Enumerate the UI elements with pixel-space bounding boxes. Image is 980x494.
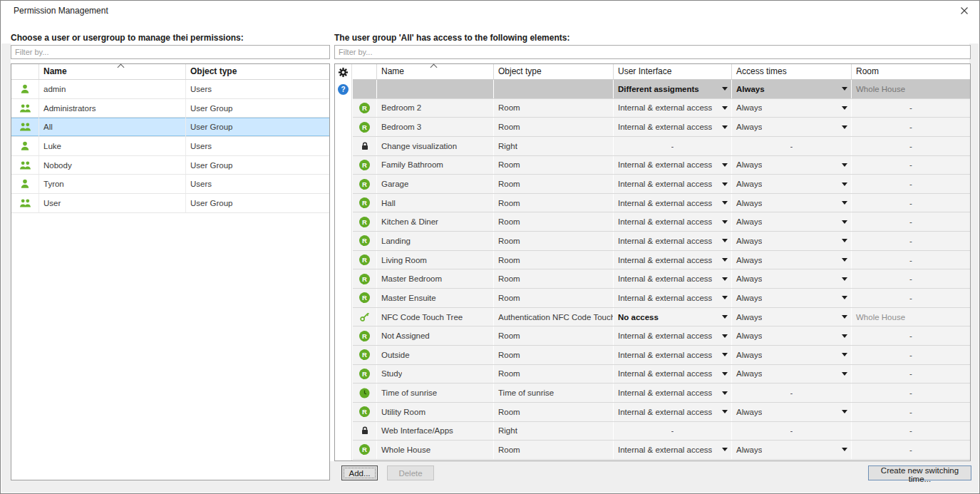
user-interface-dropdown: -: [613, 137, 731, 155]
access-times-dropdown[interactable]: Always: [731, 269, 851, 288]
user-interface-dropdown[interactable]: Internal & external access: [613, 175, 731, 193]
user-interface-dropdown[interactable]: Internal & external access: [613, 384, 731, 402]
object-type-cell: Room: [493, 194, 613, 212]
room-icon: R: [359, 217, 370, 227]
access-times-dropdown[interactable]: Always: [731, 212, 851, 231]
chevron-down-icon: [842, 296, 847, 299]
access-times-dropdown[interactable]: Always: [731, 232, 851, 250]
element-row[interactable]: R Whole House Room Internal & external a…: [353, 441, 970, 460]
user-interface-dropdown[interactable]: Internal & external access: [613, 212, 731, 231]
room-icon: R: [359, 254, 370, 265]
room-cell: -: [851, 212, 970, 231]
element-row[interactable]: R Family Bathroom Room Internal & extern…: [353, 156, 970, 175]
access-times-dropdown[interactable]: Always: [731, 365, 851, 384]
chevron-down-icon: [722, 106, 728, 110]
access-times-dropdown[interactable]: Always: [731, 289, 851, 307]
access-times-dropdown[interactable]: Always: [731, 194, 851, 212]
user-interface-dropdown[interactable]: Internal & external access: [613, 251, 731, 269]
users-table-header: Name Object type: [11, 64, 329, 80]
name-cell: Change visualization: [376, 137, 493, 155]
user-interface-dropdown[interactable]: Internal & external access: [613, 269, 731, 288]
access-times-dropdown[interactable]: Always: [731, 99, 851, 118]
name-cell: Not Assigned: [376, 326, 493, 345]
chevron-down-icon: [842, 410, 847, 413]
access-times-dropdown[interactable]: Always: [731, 441, 851, 459]
object-type-cell: Room: [493, 269, 613, 288]
close-icon: [960, 6, 969, 15]
user-interface-dropdown[interactable]: Internal & external access: [613, 289, 731, 307]
chevron-down-icon: [842, 258, 847, 262]
element-row[interactable]: R Master Bedroom Room Internal & externa…: [353, 269, 970, 289]
element-row[interactable]: R Garage Room Internal & external access…: [353, 175, 970, 194]
access-times-dropdown[interactable]: Always: [731, 326, 851, 345]
column-header-user-interface[interactable]: User Interface: [613, 64, 731, 79]
object-type-cell: Room: [493, 403, 613, 421]
object-type-cell: User Group: [185, 156, 329, 175]
column-header-object-type[interactable]: Object type: [493, 64, 613, 79]
access-times-dropdown[interactable]: Always: [731, 346, 851, 364]
access-times-dropdown[interactable]: Always: [731, 156, 851, 175]
element-row[interactable]: Change visualization Right - - -: [353, 137, 970, 156]
element-row[interactable]: R Kitchen & Diner Room Internal & extern…: [353, 212, 970, 232]
user-interface-dropdown[interactable]: Internal & external access: [613, 441, 731, 459]
add-button[interactable]: Add...: [341, 465, 378, 480]
access-times-dropdown[interactable]: Always: [731, 118, 851, 136]
element-row[interactable]: R Hall Room Internal & external access A…: [353, 194, 970, 213]
user-interface-dropdown[interactable]: Internal & external access: [613, 156, 731, 175]
left-filter-input[interactable]: [11, 45, 330, 59]
gear-icon[interactable]: [338, 67, 349, 78]
user-interface-dropdown[interactable]: Internal & external access: [613, 99, 731, 118]
column-header-access-times[interactable]: Access times: [731, 64, 851, 79]
user-interface-dropdown[interactable]: Internal & external access: [613, 118, 731, 136]
user-row[interactable]: Nobody User Group: [11, 156, 329, 175]
name-cell: NFC Code Touch Tree: [376, 308, 493, 326]
user-interface-dropdown[interactable]: Internal & external access: [613, 232, 731, 250]
element-row[interactable]: R Bedroom 3 Room Internal & external acc…: [353, 118, 970, 137]
element-row[interactable]: Time of sunrise Time of sunrise Internal…: [353, 384, 970, 403]
element-row[interactable]: R Living Room Room Internal & external a…: [353, 251, 970, 270]
column-header-name[interactable]: Name: [38, 64, 185, 79]
create-new-switching-time-button[interactable]: Create new switching time...: [868, 465, 971, 480]
element-row[interactable]: R Study Room Internal & external access …: [353, 365, 970, 384]
column-header-object-type[interactable]: Object type: [185, 64, 329, 79]
user-row[interactable]: Administrators User Group: [11, 99, 329, 118]
lock-icon: [360, 141, 370, 151]
close-button[interactable]: [955, 3, 974, 19]
user-interface-dropdown[interactable]: Internal & external access: [613, 326, 731, 345]
user-row[interactable]: User User Group: [11, 194, 329, 213]
user-row[interactable]: All User Group: [11, 118, 329, 137]
user-row[interactable]: Luke Users: [11, 137, 329, 156]
element-row[interactable]: Different assigments Always Whole House: [353, 80, 970, 99]
help-icon[interactable]: ?: [338, 84, 349, 95]
name-cell: Master Ensuite: [376, 289, 493, 307]
element-row[interactable]: R Bedroom 2 Room Internal & external acc…: [353, 99, 970, 118]
access-times-dropdown[interactable]: Always: [731, 80, 851, 98]
element-row[interactable]: R Not Assigned Room Internal & external …: [353, 326, 970, 346]
element-row[interactable]: R Utility Room Room Internal & external …: [353, 403, 970, 422]
access-times-dropdown[interactable]: Always: [731, 175, 851, 193]
access-times-dropdown[interactable]: Always: [731, 251, 851, 269]
user-row[interactable]: Tyron Users: [11, 175, 329, 194]
element-row[interactable]: NFC Code Touch Tree Authentication NFC C…: [353, 308, 970, 327]
user-interface-dropdown[interactable]: No access: [613, 308, 731, 326]
element-row[interactable]: Web Interface/Apps Right - - -: [353, 422, 970, 441]
user-interface-dropdown[interactable]: Internal & external access: [613, 403, 731, 421]
chevron-down-icon: [722, 448, 728, 451]
user-interface-dropdown[interactable]: Internal & external access: [613, 194, 731, 212]
right-filter-input[interactable]: [334, 45, 971, 59]
column-header-room[interactable]: Room: [851, 64, 970, 79]
user-interface-dropdown[interactable]: Internal & external access: [613, 346, 731, 364]
user-interface-dropdown[interactable]: Internal & external access: [613, 365, 731, 384]
element-row[interactable]: R Outside Room Internal & external acces…: [353, 346, 970, 365]
chevron-down-icon: [722, 87, 728, 91]
access-times-dropdown[interactable]: Always: [731, 403, 851, 421]
delete-button[interactable]: Delete: [387, 465, 434, 480]
element-row[interactable]: R Master Ensuite Room Internal & externa…: [353, 289, 970, 308]
name-cell: Living Room: [376, 251, 493, 269]
user-interface-dropdown[interactable]: Different assigments: [613, 80, 731, 98]
user-row[interactable]: admin Users: [11, 80, 329, 99]
access-times-dropdown[interactable]: Always: [731, 308, 851, 326]
chevron-down-icon: [722, 353, 728, 356]
chevron-down-icon: [722, 410, 728, 413]
element-row[interactable]: R Landing Room Internal & external acces…: [353, 232, 970, 251]
